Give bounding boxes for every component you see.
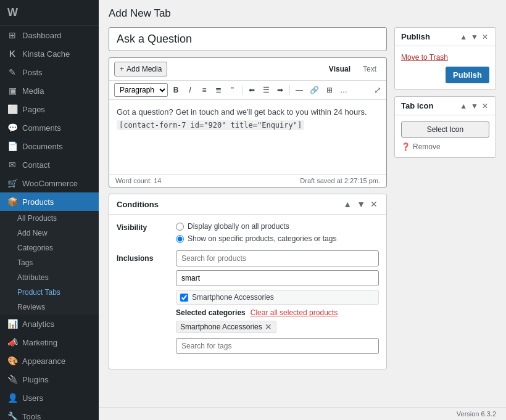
tab-icon-collapse-down[interactable]: ▼ bbox=[470, 102, 479, 110]
tab-icon-title: Tab icon bbox=[401, 101, 433, 110]
submenu-categories[interactable]: Categories bbox=[0, 241, 99, 255]
radio-specific-input[interactable] bbox=[176, 235, 184, 243]
search-products-input[interactable] bbox=[176, 250, 379, 266]
table-button[interactable]: ⊞ bbox=[323, 84, 336, 96]
horizontal-rule-button[interactable]: ― bbox=[293, 84, 305, 96]
align-right-button[interactable]: ➡ bbox=[274, 84, 286, 96]
editor-format-bar: Paragraph Heading 1 Heading 2 Heading 3 … bbox=[109, 81, 386, 100]
appearance-icon: 🎨 bbox=[7, 356, 17, 366]
radio-global-label: Display globally on all products bbox=[188, 222, 289, 231]
plugins-icon: 🔌 bbox=[7, 374, 17, 384]
sidebar-item-dashboard[interactable]: ⊞ Dashboard bbox=[0, 26, 99, 44]
sidebar-item-comments[interactable]: 💬 Comments bbox=[0, 118, 99, 137]
selected-categories-header: Selected categories Clear all selected p… bbox=[176, 308, 379, 317]
add-media-button[interactable]: + Add Media bbox=[114, 62, 167, 76]
link-button[interactable]: 🔗 bbox=[307, 84, 321, 96]
sidebar-item-products[interactable]: 📦 Products bbox=[0, 192, 99, 211]
bold-button[interactable]: B bbox=[170, 84, 182, 96]
submenu-product-tabs[interactable]: Product Tabs bbox=[0, 285, 99, 300]
conditions-collapse-up[interactable]: ▲ bbox=[342, 199, 353, 209]
conditions-title: Conditions bbox=[117, 200, 159, 209]
submenu-tags[interactable]: Tags bbox=[0, 255, 99, 270]
inclusions-label: Inclusions bbox=[117, 254, 166, 354]
editor-footer: Word count: 14 Draft saved at 2:27:15 pm… bbox=[109, 174, 386, 187]
conditions-collapse-down[interactable]: ▼ bbox=[355, 199, 367, 209]
clear-selected-link[interactable]: Clear all selected products bbox=[251, 308, 338, 317]
sidebar: W ⊞ Dashboard K Kinsta Cache ✎ Posts ▣ M… bbox=[0, 0, 99, 420]
remove-icon-question: ❓ bbox=[401, 142, 410, 151]
selected-categories-label: Selected categories bbox=[176, 308, 246, 317]
media-icon: ▣ bbox=[7, 86, 17, 96]
publish-button[interactable]: Publish bbox=[446, 67, 489, 83]
publish-collapse-down[interactable]: ▼ bbox=[470, 33, 479, 41]
sidebar-item-analytics[interactable]: 📊 Analytics bbox=[0, 315, 99, 333]
marketing-icon: 📣 bbox=[7, 337, 17, 347]
sidebar-item-documents[interactable]: 📄 Documents bbox=[0, 137, 99, 155]
blockquote-button[interactable]: " bbox=[226, 84, 239, 96]
conditions-close[interactable]: ✕ bbox=[369, 199, 379, 209]
sidebar-item-tools[interactable]: 🔧 Tools bbox=[0, 407, 99, 420]
search-tags-input[interactable] bbox=[176, 338, 379, 354]
remove-icon-row[interactable]: ❓ Remove bbox=[401, 142, 489, 151]
sidebar-item-posts[interactable]: ✎ Posts bbox=[0, 63, 99, 81]
tab-title-input[interactable] bbox=[109, 27, 387, 51]
select-icon-button[interactable]: Select Icon bbox=[401, 121, 489, 138]
align-left-button[interactable]: ⬅ bbox=[246, 84, 258, 96]
sidebar-item-woocommerce[interactable]: 🛒 WooCommerce bbox=[0, 174, 99, 192]
editor-toolbar-top: + Add Media Visual Text bbox=[109, 58, 386, 81]
sidebar-item-media[interactable]: ▣ Media bbox=[0, 81, 99, 100]
tools-icon: 🔧 bbox=[7, 411, 17, 420]
main-column: + Add Media Visual Text Paragraph Headin… bbox=[109, 27, 387, 376]
remove-category-tag[interactable]: ✕ bbox=[265, 323, 272, 331]
sidebar-item-label: Posts bbox=[22, 68, 43, 77]
radio-specific-label: Show on specific products, categories or… bbox=[188, 234, 336, 243]
woocommerce-icon: 🛒 bbox=[7, 178, 17, 188]
submenu-add-new[interactable]: Add New bbox=[0, 226, 99, 241]
sidebar-item-label: WooCommerce bbox=[22, 179, 78, 188]
visibility-row: Visibility Display globally on all produ… bbox=[117, 222, 379, 243]
category-tag-label: Smartphone Accessories bbox=[180, 323, 262, 331]
publish-collapse-up[interactable]: ▲ bbox=[458, 33, 468, 41]
editor-content-area[interactable]: Got a question? Get in touch and we'll g… bbox=[109, 100, 386, 174]
sidebar-item-kinsta[interactable]: K Kinsta Cache bbox=[0, 44, 99, 63]
tab-icon-close[interactable]: ✕ bbox=[481, 102, 489, 110]
sidebar-item-contact[interactable]: ✉ Contact bbox=[0, 155, 99, 174]
publish-box: Publish ▲ ▼ ✕ Move to Trash Publish bbox=[394, 27, 496, 90]
version-bar: Version 6.3.2 bbox=[99, 407, 506, 420]
ordered-list-button[interactable]: ≣ bbox=[212, 84, 225, 96]
unordered-list-button[interactable]: ≡ bbox=[198, 84, 210, 96]
submenu-reviews[interactable]: Reviews bbox=[0, 300, 99, 315]
tab-text[interactable]: Text bbox=[358, 64, 381, 75]
analytics-icon: 📊 bbox=[7, 319, 17, 329]
pages-icon: ⬜ bbox=[7, 104, 17, 114]
submenu-attributes[interactable]: Attributes bbox=[0, 270, 99, 285]
more-button[interactable]: … bbox=[338, 84, 350, 96]
smart-filter-input[interactable] bbox=[176, 270, 379, 286]
content-layout: + Add Media Visual Text Paragraph Headin… bbox=[109, 27, 496, 376]
radio-specific[interactable]: Show on specific products, categories or… bbox=[176, 234, 336, 243]
submenu-all-products[interactable]: All Products bbox=[0, 211, 99, 226]
radio-global-input[interactable] bbox=[176, 223, 184, 231]
tab-visual[interactable]: Visual bbox=[324, 64, 355, 75]
fullscreen-button[interactable]: ⤢ bbox=[374, 85, 381, 95]
format-select[interactable]: Paragraph Heading 1 Heading 2 Heading 3 bbox=[114, 83, 168, 97]
italic-button[interactable]: I bbox=[184, 84, 196, 96]
smartphone-accessories-checkbox[interactable] bbox=[180, 294, 188, 302]
sidebar-item-appearance[interactable]: 🎨 Appearance bbox=[0, 352, 99, 370]
sidebar-item-plugins[interactable]: 🔌 Plugins bbox=[0, 370, 99, 389]
sidebar-item-label: Analytics bbox=[22, 319, 54, 329]
move-to-trash-link[interactable]: Move to Trash bbox=[401, 53, 448, 62]
tab-icon-collapse-up[interactable]: ▲ bbox=[458, 102, 468, 110]
publish-close[interactable]: ✕ bbox=[481, 33, 489, 41]
sidebar-item-marketing[interactable]: 📣 Marketing bbox=[0, 333, 99, 352]
radio-global[interactable]: Display globally on all products bbox=[176, 222, 336, 231]
conditions-header: Conditions ▲ ▼ ✕ bbox=[109, 194, 386, 215]
tab-icon-body: Select Icon ❓ Remove bbox=[395, 115, 496, 157]
add-media-label: Add Media bbox=[126, 65, 162, 73]
documents-icon: 📄 bbox=[7, 141, 17, 151]
visibility-options: Display globally on all products Show on… bbox=[176, 222, 336, 243]
align-center-button[interactable]: ☰ bbox=[260, 84, 272, 96]
sidebar-item-label: Documents bbox=[22, 142, 63, 151]
sidebar-item-users[interactable]: 👤 Users bbox=[0, 389, 99, 407]
sidebar-item-pages[interactable]: ⬜ Pages bbox=[0, 100, 99, 118]
